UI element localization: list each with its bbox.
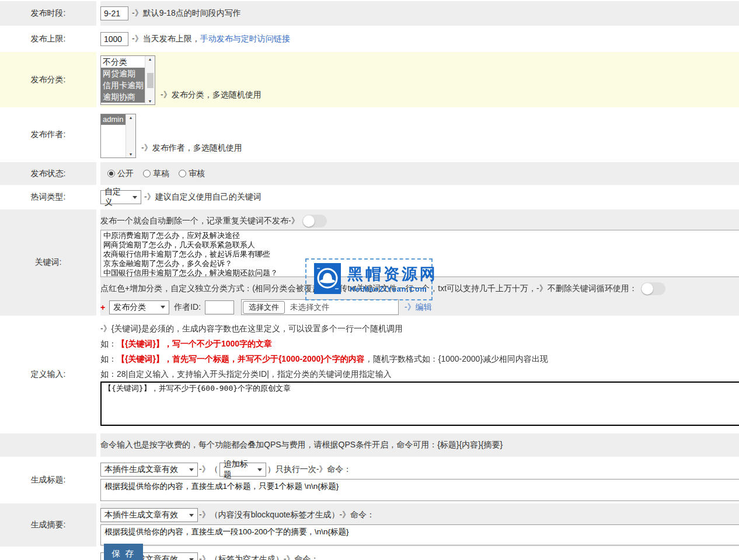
status-radio-review[interactable]: 审核 (179, 169, 205, 179)
scroll-down-icon[interactable]: ▼ (129, 152, 133, 156)
author-option[interactable]: admin (101, 114, 126, 125)
command-note-text: 命令输入也是按字收费的，每个功能都会叠加QPS与费用，请根据QPS条件开启，命令… (100, 440, 503, 450)
category-option[interactable]: 网贷逾期 (101, 68, 145, 79)
publish-author-hint: -》发布作者，多选随机使用 (141, 143, 242, 153)
chevron-down-icon (257, 468, 262, 471)
scrollbar[interactable]: ▲ ▼ (145, 56, 155, 104)
define-example-2: 如：【{关键词}】，首先写一个标题，并写不少于{1000-2000}个字的内容，… (100, 354, 739, 364)
gen-title-command-input[interactable]: 根据我提供给你的内容，直接生成1个标题，只要1个标题 \n\n{标题} (100, 479, 739, 501)
gen-summary-mid-text: -》（内容没有blockquote标签才生成）-》命令： (199, 510, 375, 520)
publish-author-label: 发布作者: (0, 108, 96, 161)
publish-status-label: 发布状态: (0, 162, 96, 185)
radio-label: 公开 (117, 169, 134, 179)
scroll-thumb[interactable] (147, 73, 154, 88)
row-publish-limit: 发布上限: -》当天发布上限， 手动发布与定时访问链接 (0, 27, 739, 51)
row-publish-category: 发布分类: 不分类 网贷逾期 信用卡逾期 逾期协商 ▲ ▼ -》发布分类，多选随… (0, 52, 739, 107)
category-option[interactable]: 不分类 (101, 56, 145, 68)
row-keywords: 关键词: 发布一个就会自动删除一个，记录重复关键词不发布-》 中原消费逾期了怎么… (0, 209, 739, 316)
select-value: 本插件生成文章有效 (104, 510, 178, 520)
row-hotword-type: 热词类型: 自定义 -》建议自定义使用自己的关键词 (0, 186, 739, 208)
publish-category-label: 发布分类: (0, 52, 96, 107)
select-value: 追加标题 (224, 459, 253, 480)
gen-title-append-select[interactable]: 追加标题 (219, 463, 266, 477)
gen-summary-label: 生成摘要: (0, 503, 96, 547)
hotword-type-label: 热词类型: (0, 186, 96, 208)
command-note-label (0, 433, 96, 457)
upload-hint: 点红色+增加分类，自定义独立分类方式：(相同分类会被覆盖)，上传txt关键词文件… (100, 284, 637, 294)
radio-checked-icon[interactable] (107, 170, 115, 177)
hotword-type-hint: -》建议自定义使用自己的关键词 (144, 192, 262, 202)
keywords-label: 关键词: (0, 209, 96, 316)
author-id-label: 作者ID: (174, 302, 201, 313)
publish-time-input[interactable] (100, 6, 128, 20)
auto-delete-hint: 发布一个就会自动删除一个，记录重复关键词不发布-》 (100, 216, 299, 226)
scroll-down-icon[interactable]: ▼ (148, 99, 152, 103)
gen-bottom-mid-text: -》（标签为空才生成）-》命令： (199, 554, 319, 560)
manual-publish-link[interactable]: 手动发布与定时访问链接 (200, 34, 290, 44)
radio-icon[interactable] (179, 170, 186, 177)
row-publish-time: 发布时段: -》默认9-18点的时间段内写作 (0, 1, 739, 26)
publish-time-hint: -》默认9-18点的时间段内写作 (132, 8, 241, 19)
file-status-text: 未选择文件 (290, 302, 330, 313)
save-button[interactable]: 保 存 (104, 544, 143, 560)
plugin-settings-page: 发布时段: -》默认9-18点的时间段内写作 发布上限: -》当天发布上限， 手… (0, 0, 739, 560)
radio-label: 审核 (189, 169, 205, 179)
gen-title-label: 生成标题: (0, 458, 96, 502)
row-gen-title: 生成标题: 本插件生成文章有效 -》（ 追加标题 ）只执行一次-》命令： 根据我… (0, 458, 739, 502)
scroll-up-icon[interactable]: ▲ (129, 116, 133, 120)
gen-title-mode-select[interactable]: 本插件生成文章有效 (100, 463, 198, 477)
row-publish-author: 发布作者: admin ▲ ▼ -》发布作者，多选随机使用 (0, 108, 739, 161)
select-value: 自定义 (104, 187, 128, 208)
chevron-down-icon (133, 196, 137, 199)
gen-title-mid-text: -》（ (199, 464, 218, 475)
category-option[interactable]: 逾期协商 (101, 91, 145, 103)
hotword-type-select[interactable]: 自定义 (100, 190, 141, 204)
select-value: 发布分类 (113, 302, 146, 313)
define-example-3: 如：28|自定义输入，支持输入开头指定分类ID|，指定分类的关键词使用指定输入 (100, 369, 739, 379)
gen-title-mid-text2: ）只执行一次-》命令： (267, 464, 352, 475)
keyword-category-select[interactable]: 发布分类 (109, 300, 169, 314)
publish-limit-label: 发布上限: (0, 27, 96, 51)
scrollbar[interactable]: ▲ ▼ (126, 114, 135, 158)
publish-category-multiselect[interactable]: 不分类 网贷逾期 信用卡逾期 逾期协商 ▲ ▼ (100, 55, 155, 105)
chevron-down-icon (161, 306, 165, 309)
keywords-textarea[interactable]: 中原消费逾期了怎么办，应对及解决途径 网商贷逾期了怎么办，几天会联系紧急联系人 … (100, 230, 739, 277)
auto-delete-toggle[interactable] (302, 215, 327, 228)
row-gen-summary: 生成摘要: 本插件生成文章有效 -》（内容没有blockquote标签才生成）-… (0, 503, 739, 547)
chevron-down-icon (189, 558, 194, 560)
scroll-up-icon[interactable]: ▲ (148, 57, 152, 61)
file-upload-box[interactable]: 选择文件 未选择文件 (241, 299, 399, 315)
row-publish-status: 发布状态: 公开 草稿 审核 (0, 162, 739, 185)
choose-file-button[interactable]: 选择文件 (243, 301, 285, 314)
add-category-button[interactable]: + (100, 303, 105, 312)
row-command-note: 命令输入也是按字收费的，每个功能都会叠加QPS与费用，请根据QPS条件开启，命令… (0, 433, 739, 457)
define-input-textarea[interactable]: 【{关键词}】，并写不少于{600-900}个字的原创文章 (100, 382, 739, 426)
gen-bottom-label (0, 548, 96, 560)
keep-keywords-toggle[interactable] (641, 282, 665, 295)
chevron-down-icon (189, 514, 194, 517)
define-input-hint: -》{关键词}是必须的，生成内容字数也在这里定义，可以设置多个一行一个随机调用 (100, 324, 739, 334)
gen-summary-command-input[interactable]: 根据我提供给你的内容，直接生成一段100-200个字的摘要，\n\n{标题} (100, 524, 739, 545)
define-example-1: 如：【{关键词}】，写一个不少于1000字的文章 (100, 339, 739, 349)
status-radio-public[interactable]: 公开 (107, 169, 134, 179)
publish-author-multiselect[interactable]: admin ▲ ▼ (100, 114, 136, 158)
author-id-input[interactable] (205, 300, 234, 314)
status-radio-draft[interactable]: 草稿 (143, 169, 169, 179)
define-input-label: 定义输入: (0, 317, 96, 432)
gen-summary-mode-select[interactable]: 本插件生成文章有效 (100, 508, 198, 522)
chevron-down-icon (189, 468, 194, 471)
publish-time-label: 发布时段: (0, 1, 96, 26)
publish-category-hint: -》发布分类，多选随机使用 (161, 90, 262, 100)
radio-label: 草稿 (153, 169, 169, 179)
publish-limit-input[interactable] (100, 32, 128, 46)
category-option[interactable]: 信用卡逾期 (101, 79, 145, 91)
row-define-input: 定义输入: -》{关键词}是必须的，生成内容字数也在这里定义，可以设置多个一行一… (0, 317, 739, 432)
publish-limit-hint: -》当天发布上限， (132, 34, 200, 44)
edit-link[interactable]: -》编辑 (405, 302, 432, 313)
select-value: 本插件生成文章有效 (104, 464, 178, 475)
radio-icon[interactable] (143, 170, 151, 177)
